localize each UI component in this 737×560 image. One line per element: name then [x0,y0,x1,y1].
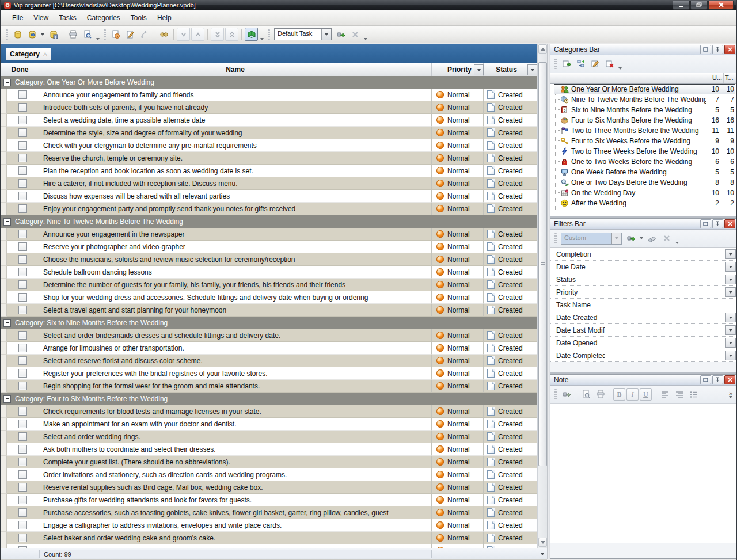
done-checkbox[interactable] [18,90,27,99]
category-tree-item[interactable]: One to Two Weeks Before the Wedding 6 6 [550,157,736,167]
priority-cell[interactable]: Normal [432,228,484,241]
new-task-icon[interactable] [109,28,122,41]
remove-filter-icon[interactable] [660,232,673,245]
done-checkbox[interactable] [18,496,27,504]
bullet-list-icon[interactable] [687,388,700,401]
delete-task-icon[interactable] [138,28,151,41]
status-cell[interactable]: Created [484,165,537,177]
priority-cell[interactable]: Normal [432,89,484,101]
categories-overflow-icon[interactable] [618,67,622,70]
filter-dropdown-icon[interactable] [725,287,736,297]
done-checkbox[interactable] [18,192,27,200]
task-name-cell[interactable]: Determine the style, size and degree of … [39,127,432,139]
done-checkbox[interactable] [18,445,27,454]
priority-cell[interactable]: Normal [432,253,484,266]
task-row[interactable]: Arrange for limousines or other transpor… [1,342,537,355]
apply-filter-dropdown-icon[interactable] [640,237,643,239]
task-name-cell[interactable]: Make an appointment for an exam with you… [39,418,432,431]
status-cell[interactable]: Created [484,139,537,152]
status-cell[interactable]: Created [484,431,537,443]
done-checkbox[interactable] [18,116,27,124]
category-group-header[interactable]: Category: Nine To Twelve Months Before T… [1,215,537,228]
task-row[interactable]: Select and order wedding rings.NormalCre… [1,431,537,443]
task-row[interactable]: Begin shopping for the formal wear for t… [1,380,537,393]
task-name-cell[interactable]: Complete your guest list. (There should … [39,456,432,468]
task-name-cell[interactable]: Shop for your wedding dress and accessor… [39,291,432,304]
done-checkbox[interactable] [18,154,27,162]
priority-cell[interactable]: Normal [432,431,484,443]
scroll-down-button[interactable] [538,538,547,547]
priority-cell[interactable]: Normal [432,342,484,355]
done-checkbox[interactable] [18,141,27,150]
task-row[interactable]: Choose the musicians, soloists and revie… [1,253,537,266]
filter-dropdown-icon[interactable] [725,338,736,348]
done-checkbox[interactable] [18,230,27,238]
menu-help[interactable]: Help [152,12,177,24]
filter-dropdown-icon[interactable] [725,351,736,360]
task-name-cell[interactable]: Purchase accessories, such as toasting g… [39,506,432,519]
categories-close-button[interactable] [724,45,735,54]
note-print-icon[interactable] [594,388,607,401]
filter-value-field[interactable] [605,349,725,361]
filter-dropdown-icon[interactable] [725,262,736,272]
task-name-cell[interactable]: Plan the reception and book location as … [39,165,432,177]
filter-value-field[interactable] [605,248,725,260]
priority-cell[interactable]: Normal [432,139,484,152]
task-row[interactable]: Ask both mothers to coordinate and selec… [1,443,537,456]
category-group-header[interactable]: Category: Four to Six Months Before the … [1,393,537,405]
status-cell[interactable]: Created [484,114,537,127]
task-row[interactable]: Engage a calligrapher to address invitat… [1,519,537,532]
priority-cell[interactable]: Normal [432,127,484,139]
template-overflow-icon[interactable] [364,38,367,40]
task-row[interactable]: Schedule ballroom dancing lessonsNormalC… [1,266,537,279]
priority-cell[interactable]: Normal [432,468,484,481]
done-checkbox[interactable] [18,331,27,340]
task-name-cell[interactable]: Check requirements for blood tests and m… [39,405,432,418]
category-tree-item[interactable]: After the Wedding 2 2 [550,198,736,208]
status-cell[interactable]: Created [484,241,537,253]
status-filter-dropdown[interactable] [527,64,537,75]
task-name-cell[interactable]: Introduce both sets of parents, if you h… [39,101,432,114]
filters-pin-button[interactable] [712,219,723,228]
move-top-icon[interactable] [225,28,238,41]
footer-overflow-icon[interactable] [541,553,544,555]
status-cell[interactable]: Created [484,494,537,506]
task-name-cell[interactable]: Reserve the church, temple or ceremony s… [39,152,432,165]
status-cell[interactable]: Created [484,291,537,304]
task-name-cell[interactable]: Select a travel agent and start planning… [39,304,432,317]
task-template-dropdown-icon[interactable] [321,29,331,40]
task-row[interactable]: Complete your guest list. (There should … [1,456,537,468]
filter-dropdown-icon[interactable] [725,313,736,322]
done-checkbox[interactable] [18,382,27,390]
note-pin-button[interactable] [712,375,723,384]
category-tree-item[interactable]: Four to Six Weeks Before the Wedding 9 9 [550,136,736,146]
task-name-cell[interactable]: Ask both mothers to coordinate and selec… [39,443,432,456]
toolbar-grip-2[interactable] [104,29,106,40]
collapse-group-icon[interactable] [3,79,11,86]
done-checkbox[interactable] [18,280,27,289]
categories-toolbar-grip[interactable] [554,59,557,69]
status-cell[interactable]: Created [484,519,537,532]
priority-cell[interactable]: Normal [432,304,484,317]
toolbar-overflow-icon[interactable] [96,38,100,40]
task-row[interactable]: Reserve rental supplies such as Bird cag… [1,481,537,494]
category-tree-item[interactable]: On the Wedding Day 10 10 [550,188,736,198]
filter-preset-combobox[interactable]: Custom [561,233,622,245]
task-name-cell[interactable]: Schedule ballroom dancing lessons [39,266,432,279]
done-checkbox[interactable] [18,293,27,302]
edit-category-icon[interactable] [588,58,602,71]
categories-uncompleted-column[interactable]: U... [711,73,724,83]
status-cell[interactable]: Created [484,304,537,317]
align-left-icon[interactable] [658,388,671,401]
status-cell[interactable]: Created [484,532,537,544]
task-template-combobox[interactable]: Default Task [274,28,332,40]
priority-cell[interactable]: Normal [432,101,484,114]
status-cell[interactable]: Created [484,468,537,481]
filter-preset-dropdown-icon[interactable] [611,233,621,244]
note-overflow-icon[interactable]: » [727,391,734,398]
status-cell[interactable]: Created [484,367,537,380]
status-cell[interactable]: Created [484,342,537,355]
categories-name-column[interactable] [550,73,711,83]
category-tree-item[interactable]: Four to Six Months Before the Wedding 16… [550,115,736,125]
move-bottom-icon[interactable] [211,28,224,41]
